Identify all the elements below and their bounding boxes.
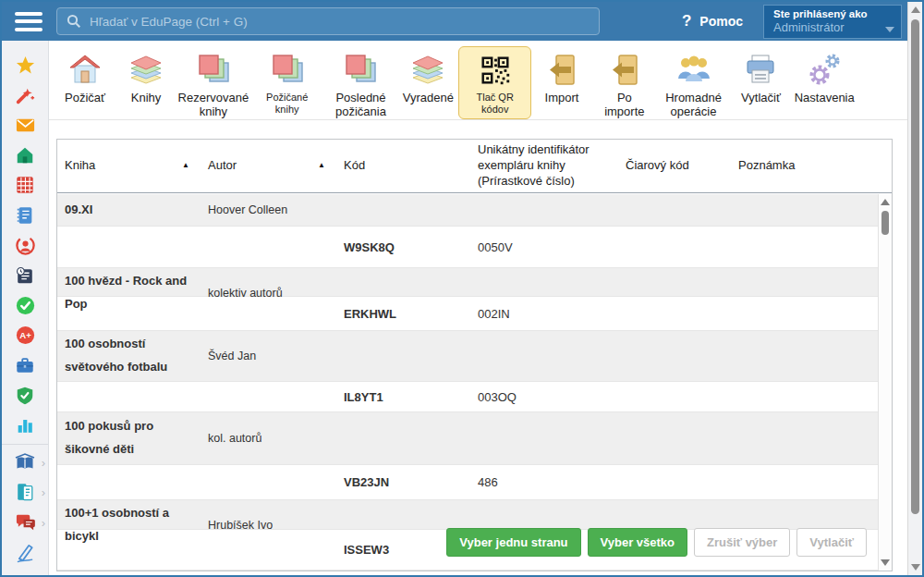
menu-icon[interactable]	[15, 12, 43, 31]
toolbar-label: Vyradené	[403, 92, 454, 105]
sidebar-item-results[interactable]	[2, 411, 48, 441]
sidebar-item-notebook[interactable]	[2, 201, 48, 231]
sidebar-divider	[2, 444, 48, 445]
table-row[interactable]: W9SK8Q 0050V	[57, 227, 879, 268]
search-icon	[67, 14, 81, 29]
search-input[interactable]: Hľadať v EduPage (Ctrl + G)	[56, 7, 600, 35]
calendar-icon	[15, 265, 35, 286]
help-icon: ?	[682, 12, 691, 31]
sort-asc-icon[interactable]: ▲	[318, 161, 325, 170]
toolbar-item-lend[interactable]: Požičať	[55, 46, 116, 110]
books-table: Kniha ▲ Autor ▲ Kód Unikátny identifikát…	[56, 139, 893, 571]
star-icon	[15, 55, 36, 76]
library-toolbar: Požičať Knihy Rezervované knihy Požičané…	[49, 41, 907, 120]
shield-check-icon	[15, 386, 35, 406]
printer-icon	[742, 52, 779, 89]
chat-bubbles-icon	[15, 511, 36, 533]
select-all-button[interactable]: Vyber všetko	[588, 528, 687, 557]
table-header: Kniha ▲ Autor ▲ Kód Unikátny identifikát…	[57, 140, 892, 193]
toolbar-item-settings[interactable]: Nastavenia	[791, 46, 857, 110]
toolbar-item-bulk-operations[interactable]: Hromadné operácie	[657, 46, 731, 124]
column-header-autor[interactable]: Autor ▲	[201, 158, 336, 174]
attendance-check-icon	[15, 295, 36, 316]
toolbar-label: Import	[545, 92, 579, 105]
sidebar-item-wizard[interactable]	[2, 80, 48, 111]
toolbar-item-reserved-books[interactable]: Rezervované knihy	[176, 46, 250, 124]
column-header-identifikator[interactable]: Unikátny identifikátor exempláru knihy (…	[470, 142, 618, 190]
clear-selection-button[interactable]: Zrušiť výber	[694, 528, 790, 557]
toolbar-label: Knihy	[131, 92, 162, 105]
user-menu-role: Administrátor	[773, 20, 892, 34]
toolbar-item-after-import[interactable]: Po importe	[592, 46, 657, 124]
sidebar-item-plans[interactable]: ›	[2, 477, 48, 508]
toolbar-label: Vytlačiť	[741, 92, 781, 105]
table-row[interactable]: 100 hvězd - Rock and Pop kolektiv autorů	[57, 268, 879, 297]
toolbar-item-recent-loans[interactable]: Posledné požičania	[324, 46, 398, 124]
table-row[interactable]: VB23JN 486	[57, 465, 879, 500]
gears-icon	[806, 52, 843, 89]
select-one-page-button[interactable]: Vyber jednu stranu	[446, 528, 580, 557]
table-row[interactable]: IL8YT1 003OQ	[57, 382, 879, 412]
scroll-down-icon[interactable]	[911, 564, 920, 571]
column-header-kniha[interactable]: Kniha ▲	[57, 158, 201, 174]
page-scrollbar-thumb[interactable]	[911, 19, 919, 514]
edupage-window: Hľadať v EduPage (Ctrl + G) ? Pomoc Ste …	[0, 0, 924, 577]
toolbar-item-lent-books[interactable]: Požičané knihy	[250, 46, 324, 119]
stacked-books-icon	[342, 52, 379, 89]
print-button[interactable]: Vytlačiť	[796, 528, 867, 557]
notebook-icon	[15, 205, 35, 226]
home-icon	[15, 145, 35, 166]
toolbar-item-import[interactable]: Import	[531, 46, 592, 110]
scroll-up-icon[interactable]	[911, 6, 920, 13]
sidebar-item-signature[interactable]	[2, 537, 48, 568]
import-door-icon	[543, 52, 580, 89]
sidebar-item-behavior[interactable]	[2, 381, 48, 411]
sidebar-item-substitution[interactable]	[2, 230, 48, 261]
user-menu[interactable]: Ste prihlásený ako Administrátor	[763, 5, 902, 39]
mail-icon	[15, 115, 36, 136]
svg-text:A+: A+	[19, 331, 31, 341]
sidebar-item-grades[interactable]: A+	[2, 321, 48, 351]
toolbar-item-books[interactable]: Knihy	[116, 46, 176, 110]
scroll-down-icon[interactable]	[881, 559, 890, 566]
sidebar-item-attendance[interactable]	[2, 290, 48, 321]
column-header-poznamka[interactable]: Poznámka	[731, 158, 879, 174]
sidebar-item-timetable[interactable]	[2, 170, 48, 201]
column-header-ciarovy-kod[interactable]: Čiarový kód	[618, 158, 731, 174]
sidebar-item-home[interactable]	[2, 141, 48, 171]
sidebar-item-communication[interactable]: ›	[2, 508, 48, 538]
toolbar-label: Hromadné operácie	[663, 92, 725, 119]
people-group-icon	[675, 52, 712, 89]
sidebar-item-favorites[interactable]	[2, 50, 48, 80]
toolbar-item-discarded[interactable]: Vyradené	[397, 46, 458, 110]
sidebar-item-briefcase[interactable]	[2, 350, 48, 381]
chevron-right-icon: ›	[42, 486, 45, 498]
table-row[interactable]: 09.XI Hoover Colleen	[57, 194, 879, 227]
plans-document-icon	[15, 482, 35, 502]
table-row[interactable]: 100 pokusů pro šikovné děti kol. autorů	[57, 412, 879, 465]
qr-code-icon	[478, 53, 513, 88]
sidebar-item-library[interactable]: ›	[2, 448, 48, 478]
user-menu-caption: Ste prihlásený ako	[773, 8, 892, 19]
toolbar-label: Nastavenia	[795, 92, 855, 105]
sidebar: A+ › › ›	[2, 41, 49, 575]
stacked-books-icon	[269, 52, 306, 89]
sort-asc-icon[interactable]: ▲	[182, 161, 189, 170]
table-row[interactable]: 100 osobností světového fotbalu Švéd Jan	[57, 331, 879, 382]
table-scrollbar[interactable]	[878, 194, 892, 571]
sidebar-item-messages-mail[interactable]	[2, 110, 48, 141]
help-button[interactable]: ? Pomoc	[682, 12, 743, 31]
toolbar-label: Požičať	[65, 92, 105, 105]
sidebar-item-calendar[interactable]	[2, 261, 48, 291]
house-icon	[67, 52, 103, 89]
toolbar-item-print-qr-codes[interactable]: Tlač QR kódov	[458, 46, 531, 119]
scroll-up-icon[interactable]	[881, 199, 890, 205]
wand-icon	[15, 85, 35, 105]
table-scrollbar-thumb[interactable]	[881, 211, 889, 235]
chevron-down-icon	[885, 27, 894, 32]
main-content: Požičať Knihy Rezervované knihy Požičané…	[49, 41, 907, 575]
page-scrollbar[interactable]	[907, 2, 922, 575]
toolbar-item-print[interactable]: Vytlačiť	[730, 46, 791, 110]
column-header-kod[interactable]: Kód	[336, 158, 470, 174]
table-row[interactable]: 100+1 osobností a bicykl Hrubíšek Ivo	[57, 500, 879, 530]
